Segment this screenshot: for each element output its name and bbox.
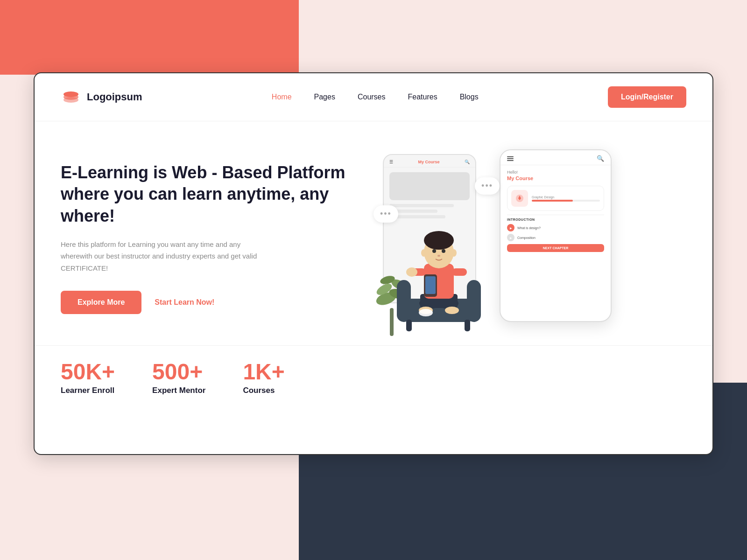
next-chapter-button[interactable]: NEXT CHAPTER	[507, 244, 604, 252]
svg-rect-20	[425, 276, 436, 294]
stat-courses: 1K+ Courses	[243, 361, 284, 395]
svg-point-24	[442, 249, 445, 253]
hero-title: E-Learning is Web - Based Platform where…	[61, 162, 350, 227]
svg-point-23	[432, 249, 436, 253]
explore-more-button[interactable]: Explore More	[61, 291, 141, 314]
svg-point-2	[63, 91, 78, 97]
chat-bubble-right: •••	[475, 177, 500, 195]
stat-mentor-number: 500+	[152, 361, 205, 383]
logo-icon	[61, 87, 81, 107]
hero-description: Here this platform for Learning you want…	[61, 238, 266, 274]
chat-bubble-left: •••	[374, 205, 398, 223]
phone-my-course-title: My Course	[507, 175, 604, 181]
course-card-label-1: Graphic Design	[532, 196, 600, 199]
stats-section: 50K+ Learner Enroll 500+ Expert Mentor 1…	[35, 345, 712, 414]
hamburger-icon	[507, 156, 514, 161]
svg-rect-7	[406, 320, 412, 331]
course-card-1: Graphic Design	[507, 186, 604, 211]
logo-area: Logoipsum	[61, 87, 142, 107]
phone-main-body: Hello! My Course Graphic Design	[500, 165, 611, 259]
stat-courses-number: 1K+	[243, 361, 284, 383]
svg-rect-5	[397, 280, 411, 322]
svg-rect-17	[452, 268, 467, 276]
hero-illustration: ☰ My Course 🔍 ••• •••	[369, 149, 612, 327]
bg-coral-decoration	[0, 0, 299, 75]
svg-point-22	[424, 231, 454, 250]
phone-search-icon: 🔍	[597, 155, 604, 162]
phone-main-mockup: 🔍 Hello! My Course Graphic Design	[500, 149, 612, 322]
droplet-icon	[515, 194, 524, 203]
stat-learner-number: 50K+	[61, 361, 115, 383]
lesson-text-1: What is design?	[517, 226, 541, 230]
start-learn-link[interactable]: Start Learn Now!	[155, 298, 214, 307]
main-card: Logoipsum Home Pages Courses Features Bl…	[34, 72, 713, 455]
stat-learner-label: Learner Enroll	[61, 386, 115, 395]
phone-back-header: ☰ My Course 🔍	[384, 155, 475, 168]
intro-label: INTRODUCTION	[507, 218, 604, 221]
nav-blogs[interactable]: Blogs	[460, 93, 479, 101]
phone-back-search: 🔍	[465, 160, 470, 164]
intro-section: INTRODUCTION What is design? Composition…	[507, 215, 604, 255]
lesson-item-2: Composition	[507, 234, 604, 241]
stat-mentor-label: Expert Mentor	[152, 386, 205, 395]
nav-home[interactable]: Home	[272, 93, 292, 101]
lesson-play-icon-2	[507, 234, 514, 241]
phone-main-header: 🔍	[500, 150, 611, 165]
nav-links: Home Pages Courses Features Blogs	[272, 93, 479, 101]
chat-dots-left: •••	[380, 209, 392, 218]
stat-learner: 50K+ Learner Enroll	[61, 361, 115, 395]
nav-features[interactable]: Features	[408, 93, 437, 101]
svg-point-18	[406, 267, 417, 277]
chat-dots-right: •••	[481, 181, 493, 190]
phone-hello-text: Hello!	[507, 170, 604, 175]
course-card-progress-1	[532, 200, 600, 202]
course-card-progress-fill-1	[532, 200, 573, 202]
lesson-play-icon-1	[507, 224, 514, 231]
svg-point-26	[421, 249, 427, 257]
lesson-item-1: What is design?	[507, 224, 604, 231]
nav-courses[interactable]: Courses	[358, 93, 386, 101]
svg-point-27	[451, 249, 457, 257]
person-illustration	[392, 196, 486, 336]
stat-courses-label: Courses	[243, 386, 284, 395]
login-register-button[interactable]: Login/Register	[608, 86, 686, 108]
phone-back-hamburger: ☰	[389, 160, 393, 164]
hero-section: E-Learning is Web - Based Platform where…	[35, 121, 712, 345]
svg-point-13	[445, 307, 459, 314]
phone-back-title: My Course	[418, 160, 439, 164]
logo-text: Logoipsum	[87, 91, 142, 103]
hero-buttons: Explore More Start Learn Now!	[61, 291, 350, 314]
course-card-image-1	[511, 190, 528, 207]
svg-point-25	[437, 255, 440, 257]
course-card-text-1: Graphic Design	[532, 196, 600, 202]
stat-mentor: 500+ Expert Mentor	[152, 361, 205, 395]
svg-rect-6	[467, 280, 481, 322]
lesson-text-2: Composition	[517, 236, 536, 239]
hero-content: E-Learning is Web - Based Platform where…	[61, 162, 350, 315]
nav-pages[interactable]: Pages	[314, 93, 335, 101]
svg-rect-8	[465, 320, 470, 331]
svg-point-14	[419, 309, 433, 316]
navbar: Logoipsum Home Pages Courses Features Bl…	[35, 73, 712, 121]
